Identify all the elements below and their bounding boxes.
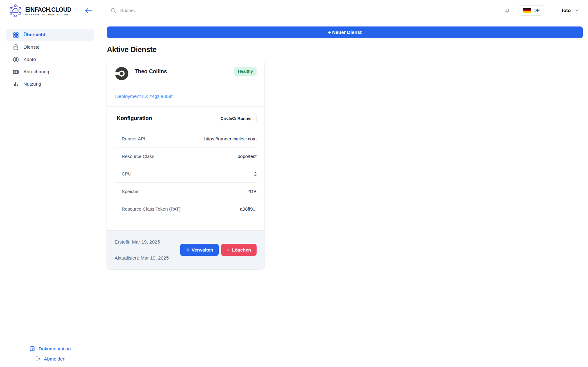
config-row-value: 2GB <box>247 189 257 194</box>
grid-dashboard-icon <box>12 31 19 38</box>
config-row: Resource Class Token (PAT) a98ff9... <box>115 200 257 218</box>
card-divider <box>107 106 264 107</box>
status-badge: Healthy <box>234 67 257 76</box>
user-menu-button[interactable]: toto <box>562 8 580 13</box>
sidebar-nav: Übersicht Dienste Konto <box>0 29 100 90</box>
chevron-down-icon <box>574 8 580 13</box>
brand-name: EINFACH.CLOUD <box>25 6 71 13</box>
config-row-label: Resource Class Token (PAT) <box>115 206 180 212</box>
brand-text: EINFACH.CLOUD EINFACH. SICHER. CLOUD. <box>25 6 83 16</box>
service-card-header: Theo Collins Healthy <box>114 66 257 81</box>
search-icon <box>110 7 116 14</box>
delete-button[interactable]: Löschen <box>221 244 257 256</box>
bar-chart-icon <box>12 81 19 87</box>
topbar-actions: DE toto <box>504 5 580 16</box>
cloud-hexagon-logo-icon <box>9 4 22 18</box>
config-row-label: Resource Class <box>115 154 154 159</box>
sidebar-item-konto[interactable]: Konto <box>6 53 94 66</box>
bell-icon <box>504 7 511 14</box>
manage-button[interactable]: Verwalten <box>180 244 219 256</box>
logout-icon <box>34 356 41 362</box>
config-row-label: Speicher <box>115 189 140 194</box>
brand-tagline: EINFACH. SICHER. CLOUD. <box>25 14 83 16</box>
trash-icon <box>227 247 229 252</box>
circleci-logo-icon <box>114 66 129 81</box>
delete-label: Löschen <box>232 247 251 252</box>
card-actions: Verwalten Löschen <box>180 244 257 256</box>
config-row-label: Runner API <box>115 136 145 141</box>
config-title: Konfiguration <box>117 115 152 122</box>
arrow-left-icon <box>84 7 92 14</box>
timestamps: Erstellt: Mar 19, 2025 Aktualisiert: Mar… <box>115 239 169 261</box>
sidebar-footer: Dokumentation Abmelden <box>0 345 100 367</box>
service-card: Theo Collins Healthy Deployment ID: z4gz… <box>107 60 264 269</box>
sidebar-item-uebersicht[interactable]: Übersicht <box>6 29 94 41</box>
sidebar-item-label: Abrechnung <box>23 69 49 75</box>
config-type-badge: CircleCi Runner <box>216 114 257 123</box>
sidebar-item-label: Konto <box>23 57 36 62</box>
main-column: DE toto + Neuer Dienst Aktive Dienste <box>100 0 588 367</box>
search-bar <box>110 7 504 14</box>
german-flag-icon <box>523 8 531 13</box>
sidebar-item-abrechnung[interactable]: Abrechnung <box>6 66 94 78</box>
config-row-label: CPU <box>115 171 132 176</box>
sidebar-item-nutzung[interactable]: Nutzung <box>6 78 94 90</box>
docs-icon <box>29 345 35 352</box>
database-icon <box>12 44 19 50</box>
sidebar-item-dienste[interactable]: Dienste <box>6 41 94 53</box>
notifications-button[interactable] <box>504 7 511 14</box>
config-row-value: 2 <box>254 171 257 176</box>
gear-icon <box>186 247 189 253</box>
logout-link[interactable]: Abmelden <box>34 356 66 362</box>
username-label: toto <box>562 8 571 13</box>
config-row-value: https://runner.circleci.com <box>204 136 257 141</box>
logout-label: Abmelden <box>44 356 66 362</box>
sidebar-item-label: Nutzung <box>23 81 41 87</box>
content-area: + Neuer Dienst Aktive Dienste Theo Colli… <box>100 21 588 367</box>
banknote-icon <box>12 68 19 75</box>
service-name: Theo Collins <box>135 68 167 75</box>
topbar-divider <box>553 6 553 15</box>
config-rows: Runner API https://runner.circleci.com R… <box>115 130 257 218</box>
config-row-value: popo/test <box>237 154 257 159</box>
documentation-label: Dokumentation <box>39 346 71 352</box>
sidebar-item-label: Dienste <box>23 44 40 50</box>
created-date: Erstellt: Mar 19, 2025 <box>115 239 169 245</box>
config-row: Resource Class popo/test <box>115 147 257 165</box>
sidebar: EINFACH.CLOUD EINFACH. SICHER. CLOUD. Üb… <box>0 0 100 367</box>
user-circle-icon <box>12 56 19 63</box>
brand-header: EINFACH.CLOUD EINFACH. SICHER. CLOUD. <box>0 0 100 21</box>
manage-label: Verwalten <box>192 247 213 252</box>
config-row: Speicher 2GB <box>115 183 257 200</box>
new-service-button[interactable]: + Neuer Dienst <box>107 26 583 38</box>
config-row-value: a98ff9... <box>240 206 257 212</box>
language-label: DE <box>533 8 540 13</box>
search-input[interactable] <box>120 8 504 13</box>
language-selector-button[interactable]: DE <box>519 5 544 16</box>
service-card-footer: Erstellt: Mar 19, 2025 Aktualisiert: Mar… <box>107 230 264 269</box>
config-row: Runner API https://runner.circleci.com <box>115 130 257 147</box>
documentation-link[interactable]: Dokumentation <box>29 345 71 352</box>
config-header: Konfiguration CircleCi Runner <box>117 114 257 123</box>
deployment-id-link[interactable]: Deployment ID: z4gzjau09t <box>115 94 257 99</box>
page-title: Aktive Dienste <box>107 45 583 54</box>
topbar: DE toto <box>100 0 588 21</box>
sidebar-item-label: Übersicht <box>23 32 46 38</box>
config-row: CPU 2 <box>115 165 257 183</box>
updated-date: Aktualisiert: Mar 19, 2025 <box>115 255 169 261</box>
collapse-sidebar-button[interactable] <box>84 7 93 15</box>
